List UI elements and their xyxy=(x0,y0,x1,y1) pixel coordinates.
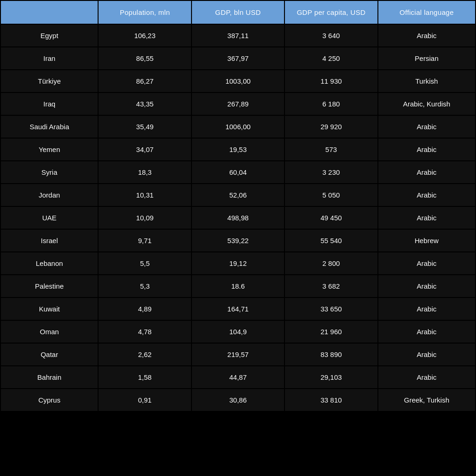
cell-gdp: 19,53 xyxy=(192,138,284,161)
cell-language: Arabic xyxy=(378,298,476,320)
table-row: Kuwait4,89164,7133 650Arabic xyxy=(0,298,476,320)
cell-gdp-per-capita: 6 180 xyxy=(284,93,377,115)
cell-country: Iraq xyxy=(0,93,98,115)
table-row: Saudi Arabia35,491006,0029 920Arabic xyxy=(0,115,476,138)
table-row: Iran86,55367,974 250Persian xyxy=(0,47,476,70)
table-row: Iraq43,35267,896 180Arabic, Kurdish xyxy=(0,93,476,115)
table-container: Population, mln GDP, bln USD GDP per cap… xyxy=(0,0,476,476)
cell-gdp: 18.6 xyxy=(192,275,284,298)
cell-gdp-per-capita: 49 450 xyxy=(284,206,377,229)
cell-population: 18,3 xyxy=(98,161,191,184)
cell-gdp-per-capita: 83 890 xyxy=(284,343,377,366)
cell-language: Arabic xyxy=(378,275,476,298)
cell-country: Israel xyxy=(0,229,98,252)
cell-gdp-per-capita: 2 800 xyxy=(284,252,377,275)
cell-gdp-per-capita: 11 930 xyxy=(284,70,377,93)
col-population-header: Population, mln xyxy=(98,0,191,24)
cell-language: Arabic xyxy=(378,366,476,389)
cell-country: Jordan xyxy=(0,184,98,206)
cell-gdp-per-capita: 55 540 xyxy=(284,229,377,252)
cell-country: Türkiye xyxy=(0,70,98,93)
col-gdp-header: GDP, bln USD xyxy=(192,0,284,24)
cell-population: 4,78 xyxy=(98,320,191,343)
table-row: Cyprus0,9130,8633 810Greek, Turkish xyxy=(0,389,476,411)
cell-population: 86,55 xyxy=(98,47,191,70)
cell-gdp: 367,97 xyxy=(192,47,284,70)
cell-population: 106,23 xyxy=(98,24,191,47)
header-row: Population, mln GDP, bln USD GDP per cap… xyxy=(0,0,476,24)
table-row: Türkiye86,271003,0011 930Turkish xyxy=(0,70,476,93)
cell-language: Arabic xyxy=(378,343,476,366)
cell-language: Arabic xyxy=(378,24,476,47)
cell-country: Iran xyxy=(0,47,98,70)
cell-country: Kuwait xyxy=(0,298,98,320)
cell-population: 35,49 xyxy=(98,115,191,138)
cell-gdp: 498,98 xyxy=(192,206,284,229)
table-row: Palestine5,318.63 682Arabic xyxy=(0,275,476,298)
cell-gdp: 30,86 xyxy=(192,389,284,411)
cell-gdp-per-capita: 3 230 xyxy=(284,161,377,184)
cell-language: Hebrew xyxy=(378,229,476,252)
cell-language: Arabic xyxy=(378,206,476,229)
col-country-header xyxy=(0,0,98,24)
table-row: UAE10,09498,9849 450Arabic xyxy=(0,206,476,229)
cell-gdp: 539,22 xyxy=(192,229,284,252)
table-row: Lebanon5,519,122 800Arabic xyxy=(0,252,476,275)
cell-gdp: 104,9 xyxy=(192,320,284,343)
cell-language: Arabic, Kurdish xyxy=(378,93,476,115)
cell-gdp-per-capita: 33 810 xyxy=(284,389,377,411)
cell-gdp-per-capita: 3 682 xyxy=(284,275,377,298)
cell-language: Arabic xyxy=(378,184,476,206)
table-row: Qatar2,62219,5783 890Arabic xyxy=(0,343,476,366)
cell-gdp-per-capita: 33 650 xyxy=(284,298,377,320)
cell-population: 10,31 xyxy=(98,184,191,206)
cell-language: Greek, Turkish xyxy=(378,389,476,411)
cell-language: Arabic xyxy=(378,115,476,138)
table-row: Bahrain1,5844,8729,103Arabic xyxy=(0,366,476,389)
cell-gdp: 387,11 xyxy=(192,24,284,47)
table-row: Jordan10,3152,065 050Arabic xyxy=(0,184,476,206)
cell-country: UAE xyxy=(0,206,98,229)
cell-country: Oman xyxy=(0,320,98,343)
col-gdp-per-capita-header: GDP per capita, USD xyxy=(284,0,377,24)
cell-country: Lebanon xyxy=(0,252,98,275)
cell-country: Saudi Arabia xyxy=(0,115,98,138)
cell-gdp-per-capita: 3 640 xyxy=(284,24,377,47)
cell-country: Cyprus xyxy=(0,389,98,411)
cell-language: Arabic xyxy=(378,320,476,343)
cell-country: Syria xyxy=(0,161,98,184)
cell-language: Persian xyxy=(378,47,476,70)
table-row: Oman4,78104,921 960Arabic xyxy=(0,320,476,343)
cell-gdp-per-capita: 29,103 xyxy=(284,366,377,389)
table-row: Syria18,360,043 230Arabic xyxy=(0,161,476,184)
cell-population: 0,91 xyxy=(98,389,191,411)
cell-gdp: 1003,00 xyxy=(192,70,284,93)
cell-gdp-per-capita: 21 960 xyxy=(284,320,377,343)
cell-population: 2,62 xyxy=(98,343,191,366)
cell-population: 10,09 xyxy=(98,206,191,229)
cell-gdp: 60,04 xyxy=(192,161,284,184)
cell-language: Arabic xyxy=(378,161,476,184)
cell-population: 9,71 xyxy=(98,229,191,252)
cell-country: Palestine xyxy=(0,275,98,298)
cell-population: 5,5 xyxy=(98,252,191,275)
table-row: Yemen34,0719,53573Arabic xyxy=(0,138,476,161)
cell-population: 86,27 xyxy=(98,70,191,93)
cell-gdp: 267,89 xyxy=(192,93,284,115)
cell-gdp-per-capita: 4 250 xyxy=(284,47,377,70)
cell-gdp-per-capita: 573 xyxy=(284,138,377,161)
cell-language: Arabic xyxy=(378,138,476,161)
cell-gdp: 219,57 xyxy=(192,343,284,366)
cell-gdp: 19,12 xyxy=(192,252,284,275)
cell-country: Qatar xyxy=(0,343,98,366)
cell-gdp: 44,87 xyxy=(192,366,284,389)
cell-population: 34,07 xyxy=(98,138,191,161)
cell-gdp: 164,71 xyxy=(192,298,284,320)
cell-gdp-per-capita: 29 920 xyxy=(284,115,377,138)
cell-language: Arabic xyxy=(378,252,476,275)
cell-gdp: 52,06 xyxy=(192,184,284,206)
cell-country: Egypt xyxy=(0,24,98,47)
cell-population: 1,58 xyxy=(98,366,191,389)
cell-gdp: 1006,00 xyxy=(192,115,284,138)
table-row: Egypt106,23387,113 640Arabic xyxy=(0,24,476,47)
